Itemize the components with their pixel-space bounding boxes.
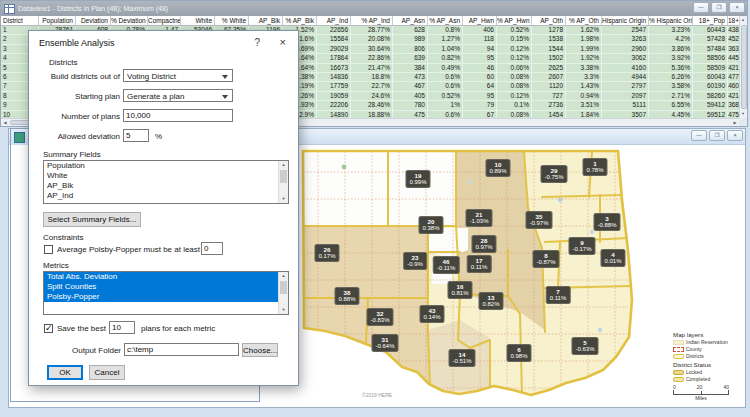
- column-header-ap-ind[interactable]: AP_Ind: [317, 16, 351, 25]
- district-label-46[interactable]: 46-0.11%: [433, 256, 460, 274]
- cancel-button[interactable]: Cancel: [89, 365, 125, 380]
- number-of-plans-input[interactable]: [123, 109, 233, 122]
- scroll-right-icon[interactable]: ▶: [731, 119, 739, 127]
- cell-ap-asn: 384: [393, 64, 428, 72]
- select-summary-fields-button[interactable]: Select Summary Fields...: [43, 212, 141, 227]
- scroll-down-icon[interactable]: ▼: [279, 306, 288, 314]
- save-best-count-input[interactable]: [109, 321, 135, 334]
- column-header-deviation[interactable]: % Deviation: [111, 16, 148, 25]
- district-label-17[interactable]: 170.11%: [467, 255, 492, 273]
- allowed-deviation-input[interactable]: [123, 129, 149, 142]
- district-label-19[interactable]: 190.99%: [405, 170, 430, 188]
- district-label-16[interactable]: 160.81%: [447, 281, 472, 299]
- column-header-ap-blk[interactable]: % AP_Blk: [283, 16, 317, 25]
- summary-fields-list[interactable]: PopulationWhiteAP_BlkAP_Ind ▲ ▼: [43, 160, 289, 204]
- output-folder-input[interactable]: [124, 343, 239, 356]
- cell-hispanic-origin: 3.23%: [649, 26, 693, 34]
- district-label-32[interactable]: 32-0.83%: [366, 308, 393, 326]
- vertical-scroll-thumb[interactable]: [741, 25, 747, 109]
- scroll-down-icon[interactable]: ▼: [279, 195, 288, 203]
- district-label-43[interactable]: 430.14%: [419, 305, 444, 323]
- dataview-vertical-scrollbar[interactable]: ▲ ▼: [739, 16, 747, 118]
- district-label-20[interactable]: 200.38%: [418, 216, 443, 234]
- district-label-14[interactable]: 14-0.51%: [448, 349, 475, 367]
- column-header-18+-pop[interactable]: 18+_Pop: [693, 16, 728, 25]
- district-label-26[interactable]: 260.17%: [314, 244, 339, 262]
- polsby-constraint-checkbox[interactable]: [44, 245, 53, 254]
- district-deviation: 0.17%: [318, 253, 335, 259]
- metrics-list[interactable]: Total Abs. DeviationSplit CountiesPolsby…: [43, 271, 289, 315]
- scroll-up-icon[interactable]: ▲: [739, 16, 747, 24]
- save-best-label: Save the best: [57, 324, 106, 333]
- cell-hispanic-origin: 4.2%: [649, 35, 693, 43]
- district-label-1[interactable]: 10.78%: [582, 158, 607, 176]
- column-header-ap-asn[interactable]: AP_Asn: [393, 16, 428, 25]
- build-districts-combo[interactable]: Voting District: [123, 69, 233, 82]
- column-header-ap-ind[interactable]: % AP_Ind: [351, 16, 393, 25]
- district-label-4[interactable]: 40.01%: [600, 249, 625, 267]
- district-label-6[interactable]: 60.98%: [506, 344, 531, 362]
- list-scrollbar[interactable]: ▲ ▼: [278, 161, 288, 203]
- column-header-deviation[interactable]: Deviation: [76, 16, 111, 25]
- cell-18+-v: 475: [728, 111, 739, 118]
- column-header-district[interactable]: District: [1, 16, 39, 25]
- ok-button[interactable]: OK: [47, 365, 83, 380]
- polsby-constraint-input[interactable]: [201, 242, 223, 255]
- column-header-ap-hwn[interactable]: AP_Hwn: [463, 16, 497, 25]
- summary-field-item[interactable]: Population: [44, 161, 288, 171]
- summary-field-item[interactable]: White: [44, 171, 288, 181]
- district-label-7[interactable]: 70.11%: [546, 286, 571, 304]
- district-label-21[interactable]: 21-1.03%: [465, 209, 492, 227]
- starting-plan-combo[interactable]: Generate a plan: [123, 89, 233, 102]
- close-icon[interactable]: ×: [280, 36, 286, 48]
- district-label-23[interactable]: 23-0.9%: [403, 252, 427, 270]
- close-button[interactable]: ×: [727, 130, 743, 141]
- district-label-3[interactable]: 3-0.88%: [593, 213, 620, 231]
- summary-field-item[interactable]: AP_Ind: [44, 191, 288, 201]
- help-icon[interactable]: ?: [254, 37, 260, 48]
- district-label-13[interactable]: 130.82%: [478, 292, 503, 310]
- column-header-ap-hwn[interactable]: % AP_Hwn: [497, 16, 532, 25]
- column-header-ap-asn[interactable]: % AP_Asn: [428, 16, 463, 25]
- close-button[interactable]: ×: [729, 2, 745, 13]
- district-label-28[interactable]: 280.97%: [471, 235, 496, 253]
- column-header-ap-oth[interactable]: % AP_Oth: [566, 16, 602, 25]
- district-label-9[interactable]: 9-0.17%: [568, 237, 595, 255]
- metric-item[interactable]: Total Abs. Deviation: [44, 272, 288, 282]
- column-header-ap-oth[interactable]: AP_Oth: [532, 16, 566, 25]
- list-scrollbar[interactable]: ▲ ▼: [278, 272, 288, 314]
- scale-unit: Miles: [673, 395, 729, 401]
- scroll-left-icon[interactable]: ◀: [1, 119, 9, 127]
- minimize-button[interactable]: —: [691, 130, 707, 141]
- column-header-white[interactable]: % White: [215, 16, 249, 25]
- column-header-hispanic-origin[interactable]: Hispanic Origin: [602, 16, 649, 25]
- cell-18+-v: 477: [728, 73, 739, 81]
- restore-button[interactable]: ❐: [711, 2, 727, 13]
- column-header-hispanic-origin[interactable]: % Hispanic Origin: [649, 16, 693, 25]
- save-best-checkbox[interactable]: [44, 324, 53, 333]
- district-label-31[interactable]: 31-0.64%: [371, 334, 398, 352]
- district-label-38[interactable]: 380.88%: [334, 287, 359, 305]
- scroll-up-icon[interactable]: ▲: [279, 161, 288, 169]
- choose-folder-button[interactable]: Choose...: [242, 343, 278, 357]
- metric-item[interactable]: Split Counties: [44, 282, 288, 292]
- dataview-titlebar[interactable]: Dataview1 - Districts in Plan (48); Maxi…: [1, 1, 747, 16]
- column-header-ap-blk[interactable]: AP_Blk: [249, 16, 283, 25]
- summary-field-item[interactable]: AP_Blk: [44, 181, 288, 191]
- column-header-population[interactable]: Population: [39, 16, 76, 25]
- district-label-29[interactable]: 29-0.75%: [540, 165, 567, 183]
- district-label-10[interactable]: 100.89%: [485, 159, 510, 177]
- scroll-down-icon[interactable]: ▼: [739, 110, 747, 118]
- district-label-8[interactable]: 8-0.87%: [532, 250, 559, 268]
- list-scroll-thumb[interactable]: [280, 281, 287, 294]
- district-label-35[interactable]: 35-0.97%: [525, 211, 552, 229]
- list-scroll-thumb[interactable]: [280, 170, 287, 183]
- metric-item[interactable]: Polsby-Popper: [44, 292, 288, 302]
- district-label-5[interactable]: 5-0.63%: [571, 337, 598, 355]
- scroll-up-icon[interactable]: ▲: [279, 272, 288, 280]
- minimize-button[interactable]: —: [693, 2, 709, 13]
- restore-button[interactable]: ❐: [709, 130, 725, 141]
- column-header-compactness[interactable]: Compactness: [148, 16, 181, 25]
- column-header-white[interactable]: White: [181, 16, 215, 25]
- cell-hispanic-origin: 5.36%: [649, 64, 693, 72]
